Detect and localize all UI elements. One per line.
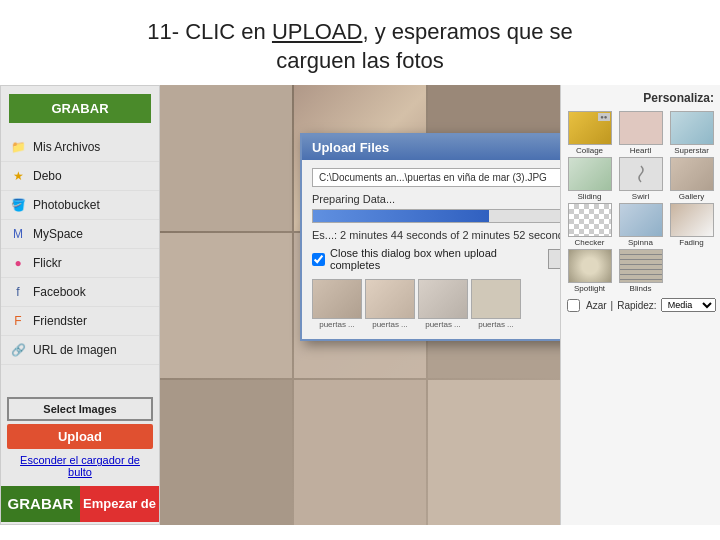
bottom-grabar-button[interactable]: GRABAR <box>1 486 80 522</box>
upload-button[interactable]: Upload <box>7 424 153 449</box>
style-thumb <box>619 111 663 145</box>
sidebar-label: MySpace <box>33 227 83 241</box>
separator: | <box>611 300 614 311</box>
style-label: Gallery <box>679 192 704 201</box>
facebook-icon: f <box>9 283 27 301</box>
sidebar-label: URL de Imagen <box>33 343 117 357</box>
sidebar-item-url[interactable]: 🔗 URL de Imagen <box>1 336 159 365</box>
sidebar-label: Mis Archivos <box>33 140 100 154</box>
dialog-title: Upload Files <box>312 140 389 155</box>
thumb-label: puertas ... <box>372 320 408 329</box>
collage-style-fading[interactable]: Fading <box>667 203 716 247</box>
bucket-icon: 🪣 <box>9 196 27 214</box>
sidebar-label: Facebook <box>33 285 86 299</box>
sidebar-label: Debo <box>33 169 62 183</box>
dialog-body: C:\Documents an...\puertas en viña de ma… <box>302 160 560 339</box>
dialog-titlebar: Upload Files <box>302 135 560 160</box>
thumb-box <box>418 279 468 319</box>
dialog-progress-bar <box>313 210 489 222</box>
grabar-button[interactable]: GRABAR <box>9 94 151 123</box>
thumb-box <box>365 279 415 319</box>
thumb-label: puertas ... <box>478 320 514 329</box>
sidebar-item-mis-archivos[interactable]: 📁 Mis Archivos <box>1 133 159 162</box>
sidebar-item-debo[interactable]: ★ Debo <box>1 162 159 191</box>
empezar-button[interactable]: Empezar de nuevo <box>80 486 159 522</box>
personaliza-panel: Personaliza: ●● Collage Heartl Superstar… <box>560 85 720 525</box>
sidebar-item-myspace[interactable]: M MySpace <box>1 220 159 249</box>
photo-tile-8 <box>294 380 426 525</box>
close-dialog-checkbox[interactable] <box>312 253 325 266</box>
sidebar-label: Flickr <box>33 256 62 270</box>
title-text: 11- CLIC en UPLOAD, y esperamos que seca… <box>147 19 573 73</box>
silver-badge: ●● <box>598 113 609 121</box>
thumb-item-2: puertas ... <box>365 279 415 329</box>
style-label: Sliding <box>577 192 601 201</box>
thumb-strip: puertas ... puertas ... puertas ... puer… <box>312 279 560 329</box>
collage-style-swirl[interactable]: Swirl <box>616 157 665 201</box>
collage-style-spotlight[interactable]: Spotlight <box>565 249 614 293</box>
upload-dialog: Upload Files C:\Documents an...\puertas … <box>300 133 560 341</box>
dialog-checkbox-row: Close this dialog box when upload comple… <box>312 247 560 271</box>
dialog-filepath: C:\Documents an...\puertas en viña de ma… <box>312 168 560 187</box>
style-thumb <box>568 203 612 237</box>
sidebar-label: Photobucket <box>33 198 100 212</box>
sidebar-item-flickr[interactable]: ● Flickr <box>1 249 159 278</box>
azar-row: Azar | Rapidez: Lenta Media Rápida <box>563 295 718 315</box>
rapidez-select[interactable]: Lenta Media Rápida <box>661 298 716 312</box>
checkbox-label: Close this dialog box when upload comple… <box>330 247 548 271</box>
esconder-link[interactable]: Esconder el cargador de bulto <box>7 452 153 482</box>
style-thumb: ●● <box>568 111 612 145</box>
collage-style-sliding[interactable]: Sliding <box>565 157 614 201</box>
thumb-label: puertas ... <box>425 320 461 329</box>
thumb-item-3: puertas ... <box>418 279 468 329</box>
sidebar-item-photobucket[interactable]: 🪣 Photobucket <box>1 191 159 220</box>
style-label: Blinds <box>630 284 652 293</box>
style-thumb <box>670 111 714 145</box>
main-content: GRABAR 📁 Mis Archivos ★ Debo 🪣 Photobuck… <box>0 85 720 525</box>
style-label: Swirl <box>632 192 649 201</box>
style-label: Heartl <box>630 146 651 155</box>
azar-label: Azar <box>586 300 607 311</box>
style-label: Checker <box>575 238 605 247</box>
myspace-icon: M <box>9 225 27 243</box>
style-thumb <box>568 249 612 283</box>
style-thumb <box>670 203 714 237</box>
bottom-grabar-row: GRABAR Empezar de nuevo <box>1 486 159 522</box>
style-label: Fading <box>679 238 703 247</box>
cancel-button[interactable]: Cancel <box>548 249 560 269</box>
bottom-buttons: Select Images Upload Esconder el cargado… <box>7 397 153 482</box>
sidebar: GRABAR 📁 Mis Archivos ★ Debo 🪣 Photobuck… <box>0 85 160 525</box>
link-icon: 🔗 <box>9 341 27 359</box>
dialog-status: Preparing Data... <box>312 193 560 205</box>
style-thumb <box>670 157 714 191</box>
style-thumb <box>619 157 663 191</box>
photo-tile-1 <box>160 85 292 230</box>
star-icon: ★ <box>9 167 27 185</box>
title-area: 11- CLIC en UPLOAD, y esperamos que seca… <box>0 0 720 85</box>
collage-style-gallery[interactable]: Gallery <box>667 157 716 201</box>
sidebar-label: Friendster <box>33 314 87 328</box>
sidebar-item-friendster[interactable]: F Friendster <box>1 307 159 336</box>
sidebar-item-facebook[interactable]: f Facebook <box>1 278 159 307</box>
style-label: Collage <box>576 146 603 155</box>
photo-area: Upload Files C:\Documents an...\puertas … <box>160 85 560 525</box>
personaliza-title: Personaliza: <box>563 87 718 111</box>
photo-tile-7 <box>160 380 292 525</box>
thumb-box <box>312 279 362 319</box>
photo-tile-9 <box>428 380 560 525</box>
style-label: Spinna <box>628 238 653 247</box>
select-images-button[interactable]: Select Images <box>7 397 153 421</box>
collage-style-item[interactable]: ●● Collage <box>565 111 614 155</box>
style-thumb <box>619 203 663 237</box>
azar-checkbox[interactable] <box>567 299 580 312</box>
collage-style-spinna[interactable]: Spinna <box>616 203 665 247</box>
thumb-label: puertas ... <box>319 320 355 329</box>
flickr-icon: ● <box>9 254 27 272</box>
style-label: Spotlight <box>574 284 605 293</box>
collage-style-heartl[interactable]: Heartl <box>616 111 665 155</box>
collage-style-checker[interactable]: Checker <box>565 203 614 247</box>
style-thumb <box>568 157 612 191</box>
friendster-icon: F <box>9 312 27 330</box>
collage-style-superstar[interactable]: Superstar <box>667 111 716 155</box>
collage-style-blinds[interactable]: Blinds <box>616 249 665 293</box>
